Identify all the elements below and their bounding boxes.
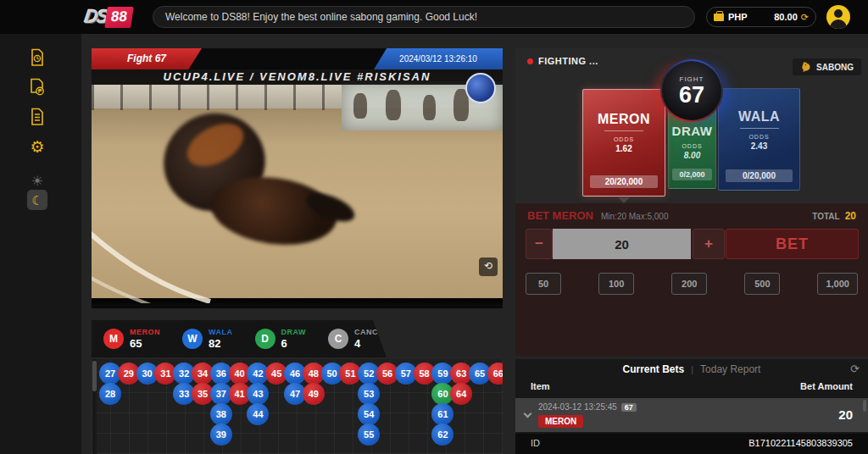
- balance-refresh-icon[interactable]: ⟳: [801, 13, 809, 22]
- meron-bet-card[interactable]: MERON ODDS 1.62 20/20,000: [582, 89, 665, 197]
- summary-cancel: C CANCEL 4: [328, 328, 389, 350]
- sidebar-item-reports[interactable]: [27, 107, 47, 127]
- tab-divider: |: [691, 364, 693, 374]
- wala-odds-value: 2.43: [751, 141, 767, 151]
- avatar-body-icon: [830, 19, 847, 29]
- bet-id-value: B1710221145803839305: [748, 438, 853, 448]
- quick-bet-chips: 501002005001,000: [526, 273, 858, 295]
- fight-circle-number: 67: [679, 84, 704, 107]
- bets-refresh-icon[interactable]: ⟳: [850, 363, 860, 375]
- wallet-currency: PHP: [728, 12, 748, 22]
- result-cell-44: 44: [247, 403, 269, 425]
- summary-draw: D DRAW 6: [255, 328, 307, 350]
- quick-bet-50[interactable]: 50: [526, 273, 561, 295]
- column-item: Item: [531, 381, 550, 391]
- theme-dark-button[interactable]: ☾: [27, 190, 47, 210]
- stream-logo-icon: [465, 73, 496, 103]
- tab-today-report[interactable]: Today Report: [700, 363, 760, 375]
- results-summary-bar: M MERON 65 W WALA 82 D DRAW 6: [92, 320, 387, 357]
- result-cell-54: 54: [358, 403, 380, 425]
- sidebar-item-bet-records[interactable]: ₱: [27, 77, 47, 97]
- bets-scrollbar-thumb[interactable]: [863, 400, 866, 412]
- stake-decrease-button[interactable]: −: [526, 229, 553, 259]
- meron-count: 65: [130, 337, 160, 350]
- bet-amount-value: 20: [838, 407, 853, 422]
- column-bet-amount: Bet Amount: [800, 381, 853, 391]
- arena-fence: [92, 85, 338, 110]
- bet-button[interactable]: BET: [726, 229, 859, 259]
- bet-fight-number-badge: 67: [621, 403, 637, 412]
- wala-bet-card[interactable]: WALA ODDS 2.43 0/20,000: [718, 88, 800, 191]
- stake-input[interactable]: [553, 229, 691, 259]
- draw-bet-amount: 0/2,000: [672, 169, 711, 180]
- bet-id-row: ID B1710221145803839305: [515, 434, 868, 454]
- history-doc-icon: [29, 48, 46, 67]
- current-bets-panel: Current Bets | Today Report ⟳ Item Bet A…: [515, 359, 868, 454]
- wala-count-icon: W: [182, 329, 203, 349]
- summary-wala: W WALA 82: [182, 328, 233, 350]
- meron-odds-label: ODDS: [614, 136, 634, 142]
- meron-card-divider: [604, 130, 643, 131]
- rooster-icon: [800, 61, 812, 73]
- wala-odds-label: ODDS: [748, 134, 769, 140]
- sidebar-item-game-history[interactable]: [27, 47, 47, 68]
- bet-entry-section: BET MERON Min:20 Max:5,000 TOTAL 20 − + …: [515, 203, 868, 356]
- wala-card-title: WALA: [738, 109, 780, 125]
- chevron-down-icon[interactable]: [524, 410, 532, 418]
- gear-icon: ⚙: [30, 139, 44, 155]
- bet-target-label: BET MERON: [527, 209, 593, 222]
- user-avatar[interactable]: [826, 5, 850, 29]
- quick-bet-100[interactable]: 100: [598, 273, 634, 295]
- bet-info-row: BET MERON Min:20 Max:5,000 TOTAL 20: [527, 209, 856, 222]
- wala-bet-amount: 0/20,000: [726, 169, 793, 182]
- result-cell-49: 49: [303, 383, 325, 405]
- svg-text:₱: ₱: [38, 88, 42, 94]
- fight-number-badge: Fight 67: [92, 48, 202, 69]
- camera-switch-button[interactable]: ⟲: [479, 257, 498, 276]
- total-label: TOTAL: [812, 212, 839, 221]
- quick-bet-200[interactable]: 200: [671, 273, 707, 295]
- theme-light-button[interactable]: ☀: [27, 171, 47, 191]
- sun-icon: ☀: [31, 174, 43, 188]
- grid-scrollbar-thumb[interactable]: [92, 361, 97, 391]
- quick-bet-1000[interactable]: 1,000: [817, 273, 858, 295]
- result-cell-55: 55: [358, 424, 380, 446]
- grid-scrollbar[interactable]: [92, 359, 97, 454]
- sidebar-item-settings[interactable]: ⚙: [27, 136, 47, 157]
- draw-count-icon: D: [255, 329, 275, 349]
- bet-id-label: ID: [531, 438, 540, 448]
- wala-count: 82: [209, 337, 233, 350]
- draw-card-title: DRAW: [672, 124, 713, 138]
- cancel-count-icon: C: [328, 329, 348, 349]
- cancel-count: 4: [354, 337, 389, 350]
- moon-icon: ☾: [31, 194, 42, 207]
- wallet-balance[interactable]: PHP 80.00 ⟳: [706, 7, 816, 27]
- bet-row[interactable]: 2024-03-12 13:25:4567 MERON 20: [515, 398, 868, 432]
- stake-increase-button[interactable]: +: [693, 229, 725, 259]
- results-panel: M MERON 65 W WALA 82 D DRAW 6: [92, 320, 503, 454]
- results-history-grid[interactable]: 2728293031323334353637383940414243444546…: [92, 359, 503, 454]
- quick-bet-500[interactable]: 500: [744, 273, 780, 295]
- result-cell-62: 62: [431, 424, 453, 446]
- draw-odds-value: 8.00: [684, 151, 700, 160]
- meron-card-title: MERON: [598, 112, 650, 127]
- results-grid-cells: 2728293031323334353637383940414243444546…: [99, 359, 503, 454]
- ds88-sabong-app: DS 88 Welcome to DS88! Enjoy the best on…: [0, 0, 868, 454]
- bets-column-headers: Item Bet Amount: [515, 381, 868, 396]
- meron-count-icon: M: [103, 329, 124, 349]
- selected-card-arrow-icon: [618, 197, 630, 203]
- video-player: UCUP4.LIVE / VENOM8.LIVE #RISKISAN ⟲: [92, 69, 503, 303]
- meron-label: MERON: [130, 328, 160, 336]
- result-cell-28: 28: [99, 383, 121, 405]
- bet-records-icon: ₱: [29, 78, 46, 97]
- logo-88-text: 88: [104, 7, 133, 28]
- ds88-logo[interactable]: DS 88: [85, 4, 131, 30]
- tab-current-bets[interactable]: Current Bets: [623, 363, 685, 375]
- video-header: Fight 67 2024/03/12 13:26:10: [92, 48, 503, 69]
- fight-number-circle: FIGHT 67: [660, 59, 723, 122]
- welcome-marquee: Welcome to DS88! Enjoy the best online s…: [153, 6, 695, 28]
- top-bar: DS 88 Welcome to DS88! Enjoy the best on…: [0, 0, 868, 34]
- result-cell-53: 53: [358, 383, 380, 405]
- betting-panel: FIGHTING ... SABONG FIGHT 67 MERON ODDS …: [515, 48, 868, 356]
- wala-card-divider: [740, 128, 779, 129]
